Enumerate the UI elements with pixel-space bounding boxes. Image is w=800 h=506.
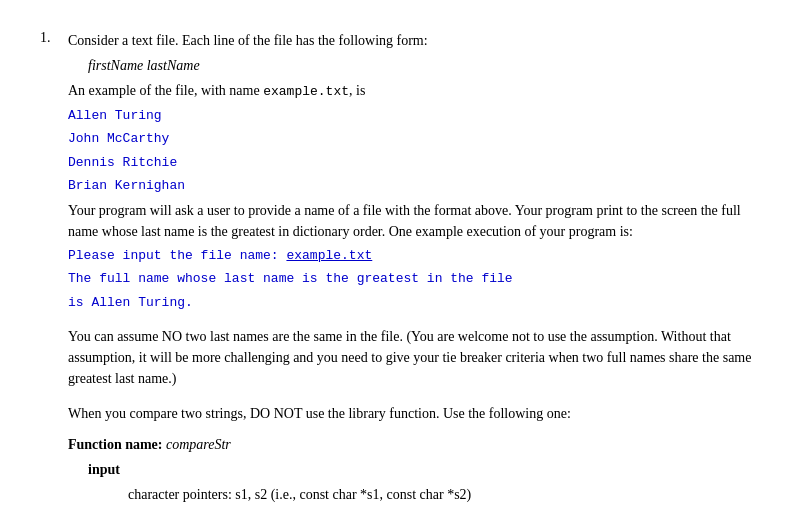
question-1: 1. Consider a text file. Each line of th… xyxy=(40,30,760,506)
example-intro-end: , is xyxy=(349,83,365,98)
example-intro: An example of the file, with name exampl… xyxy=(68,80,760,102)
function-name-line: Function name: compareStr xyxy=(68,434,760,455)
format-italic: firstName lastName xyxy=(88,55,760,76)
prompt-line: Please input the file name: example.txt xyxy=(68,246,760,266)
input-label: input xyxy=(88,459,760,480)
output-line1: The full name whose last name is the gre… xyxy=(68,269,760,289)
assumption-text: You can assume NO two last names are the… xyxy=(68,326,760,389)
prompt-text: Please input the file name: xyxy=(68,248,286,263)
intro-text: Consider a text file. Each line of the f… xyxy=(68,30,760,51)
name-allen: Allen Turing xyxy=(68,106,760,126)
question-number: 1. xyxy=(40,30,60,506)
function-name: compareStr xyxy=(166,437,231,452)
example-filename-inline: example.txt xyxy=(263,84,349,99)
compare-intro: When you compare two strings, DO NOT use… xyxy=(68,403,760,424)
function-section: Function name: compareStr input characte… xyxy=(68,434,760,506)
question-body: Consider a text file. Each line of the f… xyxy=(68,30,760,506)
name-john: John McCarthy xyxy=(68,129,760,149)
example-intro-text: An example of the file, with name xyxy=(68,83,263,98)
output-line2: is Allen Turing. xyxy=(68,293,760,313)
name-dennis: Dennis Ritchie xyxy=(68,153,760,173)
input-desc: character pointers: s1, s2 (i.e., const … xyxy=(128,484,760,505)
name-brian: Brian Kernighan xyxy=(68,176,760,196)
prompt-filename: example.txt xyxy=(286,248,372,263)
function-label: Function name: xyxy=(68,437,166,452)
description-text: Your program will ask a user to provide … xyxy=(68,200,760,242)
